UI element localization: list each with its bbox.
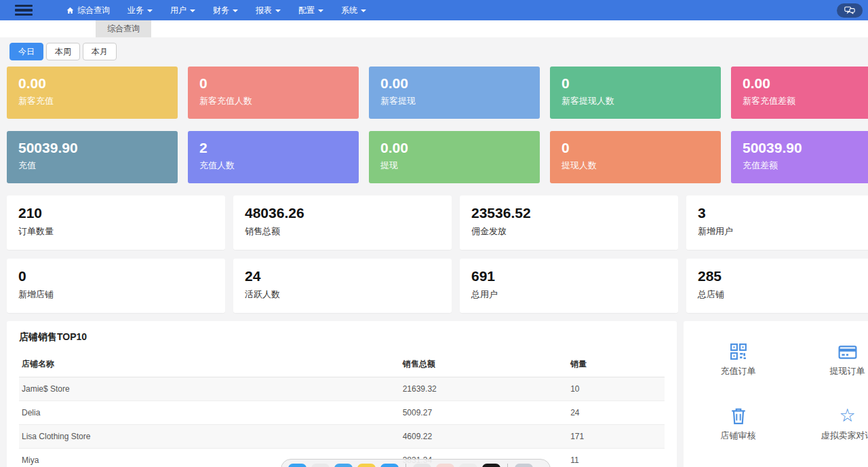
quick-link-shop-review[interactable]: 店铺审核 (684, 406, 793, 442)
summary-card-sales-total: 48036.26 销售总额 (233, 195, 452, 250)
menu-item-finance[interactable]: 财务 (213, 5, 238, 16)
cell-shop-name: Jamie$ Store (19, 377, 400, 401)
menu-item-dashboard[interactable]: 综合查询 (66, 5, 110, 16)
chat-button[interactable] (837, 3, 863, 18)
top-navbar: 综合查询 业务 用户 财务 报表 配置 系统 (0, 0, 868, 20)
cell-shop-name: Lisa Clothing Store (19, 425, 400, 449)
sidebar-toggle-button[interactable] (0, 0, 47, 20)
stat-label: 充值差额 (743, 160, 868, 172)
summary-value: 0 (18, 267, 225, 285)
cell-sales-qty: 24 (568, 401, 665, 425)
stat-card-withdraw: 0.00 提现 (369, 131, 540, 183)
stat-value: 50039.90 (18, 139, 178, 157)
stat-card-new-withdraw-users: 0 新客提现人数 (550, 67, 721, 119)
menu-item-label: 综合查询 (77, 5, 110, 16)
dock-app-icon[interactable] (334, 464, 353, 467)
menu-item-config[interactable]: 配置 (298, 5, 323, 16)
quick-link-withdraw-orders[interactable]: 提现订单 (793, 341, 868, 377)
filter-week-button[interactable]: 本周 (46, 43, 80, 60)
stat-label: 充值人数 (199, 160, 359, 172)
quick-link-virtual-seller-chat[interactable]: ☆ 虚拟卖家对话 (793, 406, 868, 442)
quick-link-label: 虚拟卖家对话 (821, 430, 868, 441)
stat-card-new-recharge-users: 0 新客充值人数 (188, 67, 359, 119)
column-header-sales-amount: 销售总额 (400, 353, 568, 377)
dock-app-icon[interactable] (380, 464, 399, 467)
summary-label: 活跃人数 (245, 288, 452, 301)
cell-sales-amount: 5009.27 (400, 401, 568, 425)
quick-link-label: 充值订单 (721, 366, 756, 376)
menu-item-label: 报表 (256, 5, 272, 16)
stat-label: 新客充值差额 (743, 95, 868, 107)
cell-sales-amount: 21639.32 (400, 377, 568, 401)
summary-label: 新增用户 (698, 225, 868, 238)
menu-item-label: 系统 (341, 5, 357, 16)
filter-month-button[interactable]: 本月 (83, 43, 117, 60)
stat-value: 0 (199, 75, 359, 92)
menu-item-system[interactable]: 系统 (341, 5, 366, 16)
dock-app-icon[interactable] (459, 464, 477, 467)
cell-sales-qty: 10 (568, 377, 665, 401)
stat-value: 2 (199, 139, 359, 157)
main-content: 今日 本周 本月 0.00 新客充值 0 新客充值人数 0.00 新客提现 0 … (0, 37, 868, 467)
cell-sales-amount: 4609.22 (400, 425, 568, 449)
chevron-down-icon (275, 10, 281, 12)
summary-label: 新增店铺 (18, 288, 225, 301)
summary-card-active-users: 24 活跃人数 (233, 259, 452, 313)
quick-link-recharge-orders[interactable]: 充值订单 (684, 341, 793, 377)
summary-label: 总店铺 (698, 288, 868, 301)
table-row[interactable]: Lisa Clothing Store 4609.22 171 (19, 425, 665, 449)
quick-link-label: 店铺审核 (721, 430, 756, 441)
summary-card-new-shops: 0 新增店铺 (7, 259, 225, 313)
column-header-shop-name: 店铺名称 (19, 353, 400, 377)
credit-card-icon (838, 341, 857, 360)
menu-item-label: 业务 (127, 5, 144, 16)
summary-value: 3 (698, 204, 868, 222)
dock-app-icon[interactable] (413, 464, 431, 467)
menu-item-users[interactable]: 用户 (170, 5, 195, 16)
stat-value: 0.00 (18, 75, 178, 92)
date-filter-group: 今日 本周 本月 (9, 43, 868, 60)
dock-app-icon[interactable] (288, 464, 307, 467)
trash-icon (730, 406, 747, 425)
dock-app-icon[interactable] (482, 464, 500, 467)
top10-table: 店铺名称 销售总额 销量 Jamie$ Store 21639.32 10 De… (19, 353, 665, 467)
table-row[interactable]: Delia 5009.27 24 (19, 401, 665, 425)
summary-card-total-users: 691 总用户 (460, 259, 678, 313)
summary-value: 210 (18, 204, 225, 222)
summary-value: 24 (245, 267, 452, 285)
table-row[interactable]: Jamie$ Store 21639.32 10 (19, 377, 665, 401)
summary-value: 691 (471, 267, 678, 285)
stat-card-new-recharge: 0.00 新客充值 (7, 67, 178, 119)
star-outline-icon: ☆ (839, 406, 855, 425)
summary-card-orders: 210 订单数量 (7, 195, 225, 250)
chevron-down-icon (361, 10, 366, 12)
dock-app-icon[interactable] (311, 464, 330, 467)
menu-item-label: 用户 (170, 5, 186, 16)
filter-today-button[interactable]: 今日 (9, 43, 43, 60)
summary-card-new-users: 3 新增用户 (686, 195, 868, 250)
dock-divider (406, 464, 406, 467)
open-tabs-bar: 综合查询 (0, 20, 868, 37)
macos-dock[interactable] (281, 459, 551, 467)
qrcode-icon (730, 341, 747, 360)
stat-card-new-recharge-diff: 0.00 新客充值差额 (731, 67, 868, 119)
menu-item-reports[interactable]: 报表 (256, 5, 281, 16)
stat-card-recharge-users: 2 充值人数 (188, 131, 359, 183)
top10-table-card: 店铺销售TOP10 店铺名称 销售总额 销量 Jamie$ Store 2163… (7, 321, 677, 467)
dock-app-icon[interactable] (515, 464, 533, 467)
menu-item-business[interactable]: 业务 (127, 5, 153, 16)
main-menu: 综合查询 业务 用户 财务 报表 配置 系统 (66, 5, 366, 16)
quick-links-panel: 充值订单 提现订单 (684, 321, 868, 467)
stat-card-recharge: 50039.90 充值 (7, 131, 178, 183)
stat-value: 0.00 (380, 139, 540, 157)
stat-value: 0 (561, 139, 721, 157)
dock-app-icon[interactable] (436, 464, 454, 467)
stat-label: 新客充值 (18, 95, 178, 107)
stat-label: 新客提现人数 (561, 95, 721, 107)
cell-shop-name: Delia (19, 401, 400, 425)
table-header-row: 店铺名称 销售总额 销量 (19, 353, 665, 377)
tab-overview[interactable]: 综合查询 (96, 20, 151, 37)
summary-cards-grid: 210 订单数量 48036.26 销售总额 23536.52 佣金发放 3 新… (7, 195, 868, 313)
dock-app-icon[interactable] (357, 464, 376, 467)
summary-card-total-shops: 285 总店铺 (686, 259, 868, 313)
